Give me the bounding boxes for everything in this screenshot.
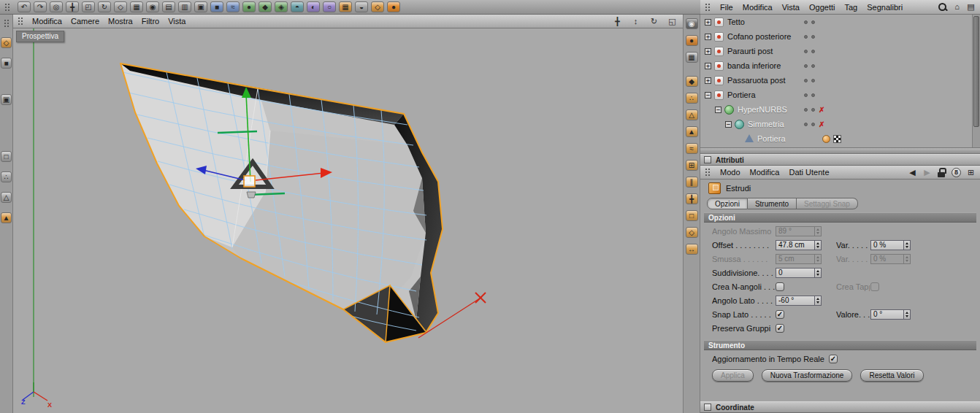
valore-spinner[interactable] [904,309,911,320]
offset-var-input[interactable]: 0 % [870,240,911,250]
expand-toggle[interactable]: − [725,121,732,128]
angolo-lato-spinner[interactable] [815,296,822,306]
environment-object-icon[interactable]: ◓ [291,1,304,12]
door-panel-mesh[interactable] [120,63,443,342]
expand-toggle[interactable]: + [705,48,711,55]
render-region-icon[interactable]: ● [387,1,400,12]
primitive-object-icon[interactable]: ■ [210,1,223,12]
enabled-state-icon[interactable]: ✗ [819,106,824,114]
deformer-object-icon[interactable]: ◈ [275,1,288,12]
new-panel-icon[interactable]: ⊞ [966,167,976,178]
visibility-dots[interactable] [804,64,815,68]
expand-toggle[interactable]: − [705,92,711,99]
tree-item-banda-inferiore[interactable]: + banda inferiore [700,58,980,73]
snap-polygon-icon[interactable]: ▲ [686,126,698,137]
new-document-icon[interactable]: ▤ [162,1,175,12]
nurbs-object-icon[interactable]: ● [242,1,256,12]
viewport-menu-filtro[interactable]: Filtro [142,17,159,26]
preserva-gruppi-checkbox[interactable] [776,324,784,333]
gizmo-center-handle[interactable] [244,176,255,187]
valore-input[interactable]: 0 ° [870,309,911,320]
array-object-icon[interactable]: ▦ [339,1,352,12]
interactive-render-icon[interactable]: ● [686,35,698,46]
workplane-mode-icon[interactable]: □ [1,151,12,162]
om-menu-segnalibri[interactable]: Segnalibri [867,3,903,12]
visibility-dots[interactable] [804,108,815,112]
object-label[interactable]: Passaruota post [727,76,786,85]
viewport-menu-vista[interactable]: Vista [168,17,185,26]
texture-tag-icon[interactable] [833,135,841,143]
light-object-icon[interactable]: ○ [323,1,336,12]
object-label[interactable]: Paraurti post [727,47,773,55]
tab-settaggi-snap[interactable]: Settaggi Snap [797,198,858,209]
crea-n-angoli-checkbox[interactable] [776,282,784,291]
offset-input[interactable]: 47.8 cm [776,240,822,250]
tree-item-hypernurbs[interactable]: − HyperNURBS ✗ [700,102,980,117]
toggle-views-icon[interactable]: ◱ [666,16,678,27]
tree-item-simmetria[interactable]: − Simmetria ✗ [700,117,980,131]
aggiornamento-checkbox[interactable] [829,355,838,363]
snap-lato-checkbox[interactable] [776,310,784,319]
object-label[interactable]: Portiera [727,90,756,99]
drag-handle-icon[interactable] [18,17,23,26]
object-label[interactable]: Tetto [727,18,745,26]
object-label[interactable]: HyperNURBS [738,105,787,114]
panel-splitter[interactable] [700,147,980,154]
points-mode-icon[interactable]: ∴ [1,171,12,182]
viewport-menu-modifica[interactable]: Modifica [32,17,62,26]
om-menu-file[interactable]: File [720,3,733,12]
texture-mode-icon[interactable]: ▣ [1,94,12,105]
undo-icon[interactable]: ↶ [18,1,31,12]
angolo-lato-input[interactable]: -60 ° [776,296,822,306]
tree-item-cofano-posteriore[interactable]: + Cofano posteriore [700,29,980,44]
object-label[interactable]: Simmetria [748,120,784,128]
zoom-view-icon[interactable]: ↕ [629,16,642,27]
forward-icon[interactable]: ▶ [922,167,932,178]
move-tool-icon[interactable]: ╋ [66,1,79,12]
applica-button[interactable]: Applica [712,369,754,382]
expand-toggle[interactable]: + [705,63,711,69]
spline-object-icon[interactable]: ≈ [226,1,240,12]
visibility-dots[interactable] [804,123,815,126]
expand-toggle[interactable]: + [705,77,711,84]
viewport-menu-camere[interactable]: Camere [71,17,99,26]
visibility-dots[interactable] [804,79,815,82]
measure-icon[interactable]: ↔ [686,244,698,255]
section-header-opzioni[interactable]: Opzioni [704,212,976,223]
om-menu-tag[interactable]: Tag [844,3,857,12]
display-filter-icon[interactable]: ◒ [355,1,368,12]
lock-icon[interactable] [937,167,946,178]
resetta-valori-button[interactable]: Resetta Valori [860,369,923,382]
view-label[interactable]: Prospettiva [16,31,64,42]
save-document-icon[interactable]: ▣ [194,1,207,12]
model-mode-icon[interactable]: ■ [1,58,12,69]
back-icon[interactable]: ◀ [908,167,917,178]
om-menu-modifica[interactable]: Modifica [743,3,773,12]
tree-item-tetto[interactable]: + Tetto [700,15,980,29]
snap-axis-icon[interactable]: ╋ [686,193,698,204]
am-menu-dati-utente[interactable]: Dati Utente [789,168,830,177]
quantize-icon[interactable]: ◇ [686,227,698,238]
render-view-icon[interactable]: ▦ [130,1,143,12]
expand-toggle[interactable]: + [705,34,711,40]
am-menu-modifica[interactable]: Modifica [750,168,780,177]
edges-mode-icon[interactable]: △ [1,192,12,203]
camera-object-icon[interactable]: ◐ [307,1,320,12]
viewport-canvas[interactable]: Prospettiva Z X [13,28,683,413]
display-settings-icon[interactable]: ▦ [686,52,698,63]
visibility-dots[interactable] [804,93,815,97]
home-icon[interactable]: ⌂ [952,1,962,12]
attributes-title-bar[interactable]: Attributi [700,154,980,166]
expand-toggle[interactable]: − [715,107,721,113]
drag-handle-icon[interactable] [705,168,711,177]
snap-guide-icon[interactable]: ∥ [686,177,698,188]
snap-spline-icon[interactable]: ≈ [686,143,698,154]
drag-handle-icon[interactable] [4,3,10,12]
view-navigation-icon[interactable]: ◉ [686,18,698,29]
phong-tag-icon[interactable] [822,135,830,143]
redo-icon[interactable]: ↷ [34,1,47,12]
offset-var-spinner[interactable] [904,240,911,250]
viewport-menu-mostra[interactable]: Mostra [108,17,133,26]
polygons-mode-icon[interactable]: ▲ [1,212,12,223]
snap-point-icon[interactable]: ∴ [686,93,698,104]
